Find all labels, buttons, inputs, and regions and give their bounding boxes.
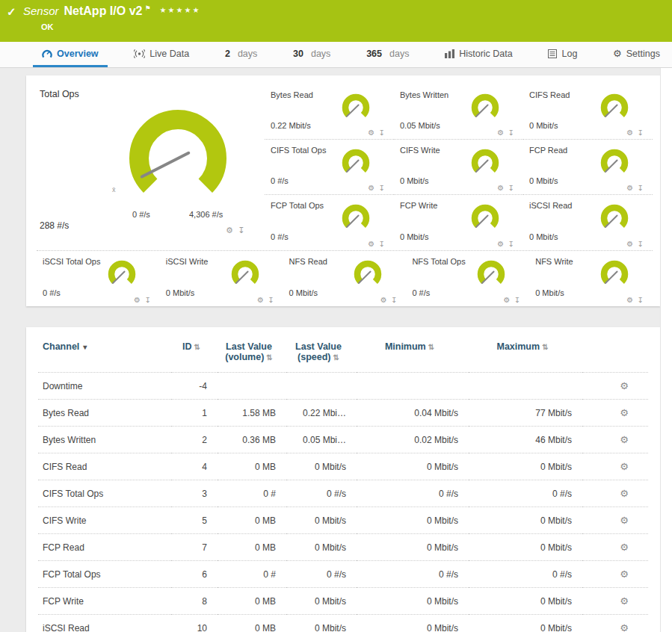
gauge-tile[interactable]: NFS Total Ops 0 #/s ⚙ ↧ [406, 251, 529, 306]
cell-maximum: 0 Mbit/s [469, 534, 582, 561]
gauge-download-icon[interactable]: ↧ [391, 296, 397, 304]
scrollbar[interactable] [660, 68, 672, 632]
gauge-settings-icon[interactable]: ⚙ [368, 240, 374, 248]
sort-icon[interactable]: ⇅ [266, 353, 272, 362]
gauge-download-icon[interactable]: ↧ [144, 296, 150, 304]
channel-settings-icon[interactable]: ⚙ [620, 515, 629, 526]
column-header-id[interactable]: ID⇅ [171, 332, 218, 373]
column-header-channel[interactable]: Channel▾ [38, 332, 171, 373]
tab-365-days[interactable]: 365 days [357, 42, 418, 67]
tab-30-days[interactable]: 30 days [284, 42, 339, 67]
gauge-tile[interactable]: iSCSI Write 0 Mbit/s ⚙ ↧ [160, 251, 283, 306]
sort-icon[interactable]: ⇅ [333, 353, 339, 362]
tab-live-data[interactable]: Live Data [125, 42, 198, 67]
gauge-tile[interactable]: NFS Read 0 Mbit/s ⚙ ↧ [283, 251, 407, 306]
channel-settings-icon[interactable]: ⚙ [620, 622, 629, 632]
gauge-download-icon[interactable]: ↧ [268, 296, 274, 304]
column-header-maximum[interactable]: Maximum⇅ [469, 332, 582, 373]
column-header-minimum[interactable]: Minimum⇅ [357, 332, 469, 373]
table-row[interactable]: iSCSI Read 10 0 MB 0 Mbit/s 0 Mbit/s 0 M… [38, 615, 648, 632]
gauge-download-icon[interactable]: ↧ [638, 240, 644, 248]
gauge-settings-icon[interactable]: ⚙ [257, 296, 264, 304]
gauge-tile[interactable]: iSCSI Read 0 Mbit/s ⚙ ↧ [523, 195, 653, 250]
tab-settings[interactable]: ⚙ Settings [604, 42, 669, 67]
cell-id: 1 [171, 400, 218, 427]
total-ops-gauge-tile[interactable]: Total Ops x̄ 0 #/s 4,306 #/s 288 #/s ⚙ ↧ [37, 84, 265, 250]
gauge-settings-icon[interactable]: ⚙ [497, 240, 504, 248]
channel-settings-icon[interactable]: ⚙ [620, 542, 629, 553]
gauge-settings-icon[interactable]: ⚙ [134, 296, 141, 304]
column-header-last-value-volume[interactable]: Last Value (volume)⇅ [218, 332, 286, 373]
channel-settings-icon[interactable]: ⚙ [620, 380, 629, 391]
tab-log[interactable]: Log [539, 42, 586, 67]
gauge-tile[interactable]: FCP Write 0 Mbit/s ⚙ ↧ [394, 195, 523, 250]
gauge-settings-icon[interactable]: ⚙ [380, 296, 387, 304]
gauge [339, 146, 373, 180]
flag-icon[interactable]: ⚑ [144, 4, 150, 12]
gauge-min-label: 0 #/s [132, 210, 150, 219]
cell-last-value-speed: 0 Mbit/s [286, 507, 357, 534]
gauge-download-icon[interactable]: ↧ [238, 226, 244, 235]
gauge-download-icon[interactable]: ↧ [508, 184, 514, 192]
gauge-settings-icon[interactable]: ⚙ [497, 184, 504, 192]
gauge-tile[interactable]: NFS Write 0 Mbit/s ⚙ ↧ [529, 251, 653, 306]
gauge-settings-icon[interactable]: ⚙ [626, 128, 633, 137]
table-row[interactable]: FCP Read 7 0 MB 0 Mbit/s 0 Mbit/s 0 Mbit… [38, 534, 648, 561]
gauge-download-icon[interactable]: ↧ [638, 296, 644, 304]
gauge-download-icon[interactable]: ↧ [379, 240, 385, 248]
gauge-settings-icon[interactable]: ⚙ [368, 128, 374, 137]
channel-settings-icon[interactable]: ⚙ [620, 407, 629, 418]
priority-stars[interactable]: ★★★★★ [160, 6, 201, 14]
gauge-tile[interactable]: iSCSI Total Ops 0 #/s ⚙ ↧ [37, 251, 160, 306]
gauge [468, 201, 502, 235]
gauge-tile[interactable]: Bytes Read 0.22 Mbit/s ⚙ ↧ [265, 84, 394, 140]
gauge-tile[interactable]: CIFS Write 0 Mbit/s ⚙ ↧ [394, 140, 523, 195]
cell-channel: iSCSI Read [38, 615, 171, 632]
gauge-download-icon[interactable]: ↧ [638, 128, 644, 137]
channel-settings-icon[interactable]: ⚙ [620, 488, 629, 499]
tab-historic-data[interactable]: Historic Data [436, 42, 522, 67]
gauge-tile[interactable]: CIFS Read 0 Mbit/s ⚙ ↧ [523, 84, 653, 140]
gauge-settings-icon[interactable]: ⚙ [626, 184, 633, 192]
gauge-tile[interactable]: FCP Total Ops 0 #/s ⚙ ↧ [265, 195, 394, 250]
table-row[interactable]: Bytes Read 1 1.58 MB 0.22 Mbi… 0.04 Mbit… [38, 400, 648, 427]
tab-overview[interactable]: Overview [33, 42, 108, 67]
sort-icon[interactable]: ⇅ [542, 343, 548, 351]
gauge-download-icon[interactable]: ↧ [508, 240, 514, 248]
cell-maximum: 77 Mbit/s [469, 400, 582, 427]
table-row[interactable]: CIFS Write 5 0 MB 0 Mbit/s 0 Mbit/s 0 Mb… [38, 507, 648, 534]
gauge-value: 0.22 Mbit/s [271, 121, 311, 130]
gauge-tile[interactable]: FCP Read 0 Mbit/s ⚙ ↧ [523, 140, 653, 195]
gauge-download-icon[interactable]: ↧ [379, 128, 385, 137]
gauge-settings-icon[interactable]: ⚙ [626, 296, 633, 304]
channel-settings-icon[interactable]: ⚙ [620, 569, 629, 580]
gauge-download-icon[interactable]: ↧ [638, 184, 644, 192]
filter-dropdown-icon[interactable]: ▾ [83, 343, 87, 351]
gauge-tile[interactable]: Bytes Written 0.05 Mbit/s ⚙ ↧ [394, 84, 523, 140]
column-header-last-value-speed[interactable]: Last Value (speed)⇅ [286, 332, 357, 373]
channel-settings-icon[interactable]: ⚙ [620, 461, 629, 472]
cell-actions: ⚙ [582, 427, 648, 453]
gauge-download-icon[interactable]: ↧ [379, 184, 385, 192]
sort-icon[interactable]: ⇅ [194, 343, 200, 351]
gauge-settings-icon[interactable]: ⚙ [226, 226, 233, 235]
table-row[interactable]: FCP Total Ops 6 0 # 0 #/s 0 #/s 0 #/s ⚙ [38, 561, 648, 588]
gauge-download-icon[interactable]: ↧ [514, 296, 520, 304]
table-row[interactable]: CIFS Total Ops 3 0 # 0 #/s 0 #/s 0 #/s ⚙ [38, 480, 648, 507]
tab-2-days[interactable]: 2 days [216, 42, 266, 67]
gauge-settings-icon[interactable]: ⚙ [503, 296, 510, 304]
gauge-settings-icon[interactable]: ⚙ [497, 128, 504, 137]
gauge-download-icon[interactable]: ↧ [508, 128, 514, 137]
table-row[interactable]: Bytes Written 2 0.36 MB 0.05 Mbi… 0.02 M… [38, 427, 648, 453]
gauge-settings-icon[interactable]: ⚙ [368, 184, 374, 192]
gauge-tile[interactable]: CIFS Total Ops 0 #/s ⚙ ↧ [265, 140, 394, 195]
table-row[interactable]: CIFS Read 4 0 MB 0 Mbit/s 0 Mbit/s 0 Mbi… [38, 453, 648, 480]
channel-settings-icon[interactable]: ⚙ [620, 434, 629, 445]
sort-icon[interactable]: ⇅ [428, 343, 434, 351]
gauge-settings-icon[interactable]: ⚙ [626, 240, 633, 248]
cell-id: 2 [171, 427, 218, 453]
channel-settings-icon[interactable]: ⚙ [620, 595, 629, 607]
tab-label: Overview [57, 49, 99, 59]
table-row[interactable]: FCP Write 8 0 MB 0 Mbit/s 0 Mbit/s 0 Mbi… [38, 588, 648, 615]
table-row[interactable]: Downtime -4 ⚙ [38, 373, 648, 400]
